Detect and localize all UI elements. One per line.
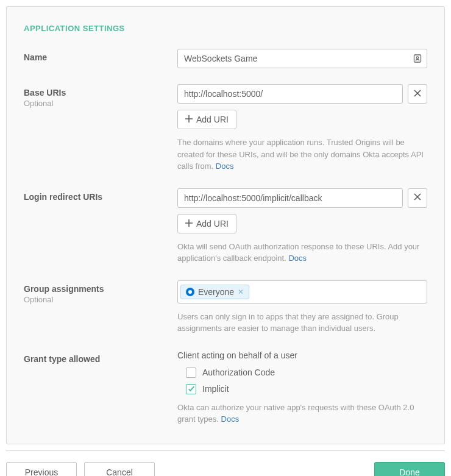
implicit-checkbox[interactable]	[186, 384, 196, 394]
grant-type-helper-text: Okta can authorize your native app's req…	[177, 403, 414, 424]
login-redirect-docs-link[interactable]: Docs	[288, 254, 307, 263]
authorization-code-label: Authorization Code	[202, 368, 275, 377]
base-uris-label: Base URIs	[24, 88, 177, 98]
section-title: APPLICATION SETTINGS	[24, 24, 427, 33]
login-redirect-row: Login redirect URIs Add URI Okta will se…	[24, 188, 427, 265]
grant-type-label: Grant type allowed	[24, 354, 177, 364]
add-base-uri-label: Add URI	[196, 115, 229, 124]
group-assignments-label: Group assignments	[24, 284, 177, 294]
group-assignments-label-col: Group assignments Optional	[24, 280, 177, 335]
grant-type-row: Grant type allowed Client acting on beha…	[24, 350, 427, 425]
implicit-label: Implicit	[202, 384, 229, 394]
grant-type-helper: Okta can authorize your native app's req…	[177, 402, 427, 425]
group-tag-label: Everyone	[198, 287, 234, 297]
name-input-wrap	[177, 49, 427, 68]
base-uris-helper: The domains where your application runs.…	[177, 137, 427, 172]
grant-type-label-col: Grant type allowed	[24, 350, 177, 425]
close-icon	[414, 90, 421, 99]
base-uris-row: Base URIs Optional Add URI The domains w…	[24, 84, 427, 172]
svg-point-1	[416, 57, 418, 59]
grant-type-field-col: Client acting on behalf of a user Author…	[177, 350, 427, 425]
name-row: Name	[24, 49, 427, 68]
login-redirect-label-col: Login redirect URIs	[24, 188, 177, 265]
footer-spacer	[162, 462, 367, 477]
base-uris-label-col: Base URIs Optional	[24, 84, 177, 172]
done-button[interactable]: Done	[374, 462, 445, 477]
base-uri-entry	[177, 84, 427, 104]
base-uris-field-col: Add URI The domains where your applicati…	[177, 84, 427, 172]
base-uris-sublabel: Optional	[24, 99, 177, 108]
name-label: Name	[24, 52, 177, 62]
add-login-redirect-label: Add URI	[196, 219, 229, 229]
base-uri-input[interactable]	[177, 84, 403, 104]
plus-icon	[185, 115, 193, 124]
remove-base-uri-button[interactable]	[408, 84, 427, 104]
base-uris-helper-text: The domains where your application runs.…	[177, 138, 424, 171]
login-redirect-label: Login redirect URIs	[24, 192, 177, 202]
authorization-code-checkbox[interactable]	[186, 368, 196, 378]
group-tag-everyone: Everyone ✕	[180, 285, 249, 299]
contact-card-icon	[413, 54, 422, 63]
name-input[interactable]	[177, 49, 427, 68]
base-uris-docs-link[interactable]: Docs	[216, 162, 234, 171]
login-redirect-entry	[177, 188, 427, 208]
grant-type-subheading: Client acting on behalf of a user	[177, 350, 427, 360]
authorization-code-option: Authorization Code	[177, 368, 427, 378]
close-icon	[414, 193, 421, 202]
group-assignments-sublabel: Optional	[24, 295, 177, 304]
previous-button[interactable]: Previous	[6, 462, 77, 477]
add-base-uri-button[interactable]: Add URI	[177, 110, 236, 129]
remove-tag-icon[interactable]: ✕	[238, 288, 244, 296]
plus-icon	[185, 219, 193, 229]
add-login-redirect-button[interactable]: Add URI	[177, 214, 236, 233]
footer: Previous Cancel Done	[6, 450, 445, 477]
remove-login-redirect-button[interactable]	[408, 188, 427, 208]
radio-selected-icon	[186, 288, 194, 296]
login-redirect-input[interactable]	[177, 188, 403, 208]
name-label-col: Name	[24, 49, 177, 68]
group-assignments-input[interactable]: Everyone ✕	[177, 280, 427, 304]
name-field-col	[177, 49, 427, 68]
group-assignments-row: Group assignments Optional Everyone ✕ Us…	[24, 280, 427, 335]
login-redirect-helper: Okta will send OAuth authorization respo…	[177, 241, 427, 265]
application-settings-panel: APPLICATION SETTINGS Name Base URIs Op	[6, 6, 445, 444]
group-assignments-helper: Users can only sign in to apps that they…	[177, 311, 427, 335]
group-assignments-field-col: Everyone ✕ Users can only sign in to app…	[177, 280, 427, 335]
login-redirect-field-col: Add URI Okta will send OAuth authorizati…	[177, 188, 427, 265]
cancel-button[interactable]: Cancel	[84, 462, 155, 477]
grant-type-docs-link[interactable]: Docs	[221, 414, 240, 424]
implicit-option: Implicit	[177, 384, 427, 394]
